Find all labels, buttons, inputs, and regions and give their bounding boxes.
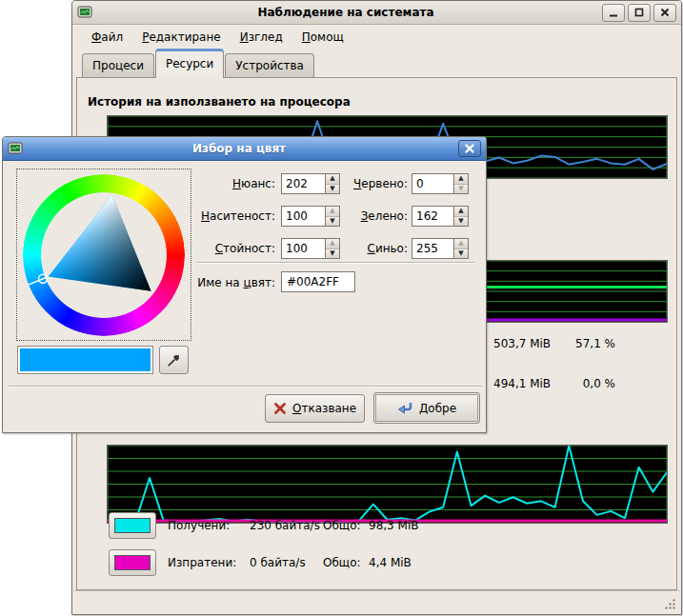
received-total-label: Общо: — [323, 519, 369, 532]
menu-help[interactable]: Помощ — [294, 28, 352, 47]
minimize-button[interactable] — [602, 4, 625, 22]
eyedropper-icon — [167, 352, 182, 368]
cpu-history-header: История на използването на процесора — [88, 95, 351, 109]
sent-label: Изпратени: — [168, 556, 250, 569]
main-titlebar[interactable]: Наблюдение на системата — [72, 1, 681, 25]
blue-down-button[interactable]: ▼ — [454, 249, 468, 259]
current-color-swatch — [17, 346, 153, 374]
swap-stat-row: 494,1 MiB 0,0 % — [493, 377, 615, 390]
swap-percent: 0,0 % — [571, 377, 615, 390]
value-input[interactable] — [282, 239, 325, 258]
received-rate: 230 байта/s — [250, 519, 323, 532]
eyedropper-button[interactable] — [159, 346, 189, 374]
tab-devices[interactable]: Устройства — [225, 53, 314, 78]
saturation-label: Наситеност: — [98, 206, 275, 227]
dialog-close-icon — [464, 143, 475, 154]
memory-percent: 57,1 % — [571, 337, 615, 350]
red-input[interactable] — [412, 174, 453, 193]
cancel-icon — [273, 402, 287, 415]
network-sent-row: Изпратени: 0 байта/s Общо: 4,4 MiB — [109, 549, 412, 576]
sent-total: 4,4 MiB — [369, 556, 412, 569]
green-label: Зелено: — [327, 206, 408, 227]
color-name-label: Име на цвят: — [136, 272, 275, 293]
sent-rate: 0 байта/s — [250, 556, 323, 569]
blue-label: Синьо: — [327, 238, 408, 259]
ok-button[interactable]: Добре — [373, 392, 480, 424]
current-color-fill — [20, 348, 151, 371]
dialog-titlebar[interactable]: Избор на цвят — [3, 137, 486, 161]
received-color-chip — [114, 518, 151, 533]
menu-file[interactable]: Файл — [84, 28, 131, 47]
color-name-input[interactable] — [282, 272, 354, 291]
value-label: Стойност: — [98, 238, 275, 259]
statusbar — [73, 590, 680, 614]
tabbar: Процеси Ресурси Устройства — [74, 50, 679, 78]
ok-label: Добре — [419, 402, 456, 415]
red-label: Червено: — [327, 173, 408, 194]
dialog-close-button[interactable] — [458, 140, 481, 157]
spin-separator — [196, 262, 474, 264]
maximize-button[interactable] — [628, 4, 651, 22]
blue-spinbox: ▲▼ — [412, 238, 469, 259]
ok-icon — [397, 401, 413, 415]
memory-stat-row: 503,7 MiB 57,1 % — [493, 337, 615, 350]
resize-grip[interactable] — [664, 598, 676, 610]
blue-up-button[interactable]: ▲ — [454, 239, 468, 249]
minimize-icon — [608, 7, 619, 18]
network-received-row: Получени: 230 байта/s Общо: 98,3 MiB — [109, 512, 418, 539]
footer-separator — [9, 386, 482, 387]
maximize-icon — [633, 7, 645, 18]
color-picker-dialog: Избор на цвят Нюанс: ▲▼ — [2, 136, 487, 433]
tab-resources[interactable]: Ресурси — [155, 49, 224, 78]
red-down-button[interactable]: ▼ — [454, 185, 468, 194]
saturation-input[interactable] — [282, 207, 325, 226]
sent-color-button[interactable] — [109, 549, 156, 576]
app-icon — [77, 5, 92, 20]
cancel-button[interactable]: Отказване — [265, 394, 365, 423]
green-spinbox: ▲▼ — [412, 206, 469, 227]
hue-label: Нюанс: — [98, 173, 275, 194]
memory-value: 503,7 MiB — [493, 337, 571, 350]
close-button[interactable] — [653, 4, 676, 22]
sent-total-label: Общо: — [323, 556, 369, 569]
green-down-button[interactable]: ▼ — [454, 217, 468, 227]
sent-color-chip — [114, 555, 151, 570]
tab-processes[interactable]: Процеси — [82, 53, 154, 78]
dialog-title: Избор на цвят — [23, 142, 455, 155]
menu-view[interactable]: Изглед — [232, 28, 291, 47]
blue-input[interactable] — [412, 239, 453, 258]
close-icon — [659, 7, 671, 18]
red-up-button[interactable]: ▲ — [454, 174, 468, 185]
cancel-label: Отказване — [292, 402, 356, 415]
received-label: Получени: — [168, 519, 250, 532]
green-up-button[interactable]: ▲ — [454, 207, 468, 217]
color-name-entry — [281, 271, 355, 292]
menubar: Файл Редактиране Изглед Помощ — [74, 26, 679, 49]
window-title: Наблюдение на системата — [92, 6, 599, 19]
received-total: 98,3 MiB — [369, 519, 418, 532]
swap-value: 494,1 MiB — [493, 377, 571, 390]
red-spinbox: ▲▼ — [412, 173, 469, 194]
hue-input[interactable] — [282, 174, 325, 193]
received-color-button[interactable] — [109, 512, 156, 539]
green-input[interactable] — [412, 207, 453, 226]
dialog-app-icon — [8, 141, 23, 156]
menu-edit[interactable]: Редактиране — [134, 28, 229, 47]
